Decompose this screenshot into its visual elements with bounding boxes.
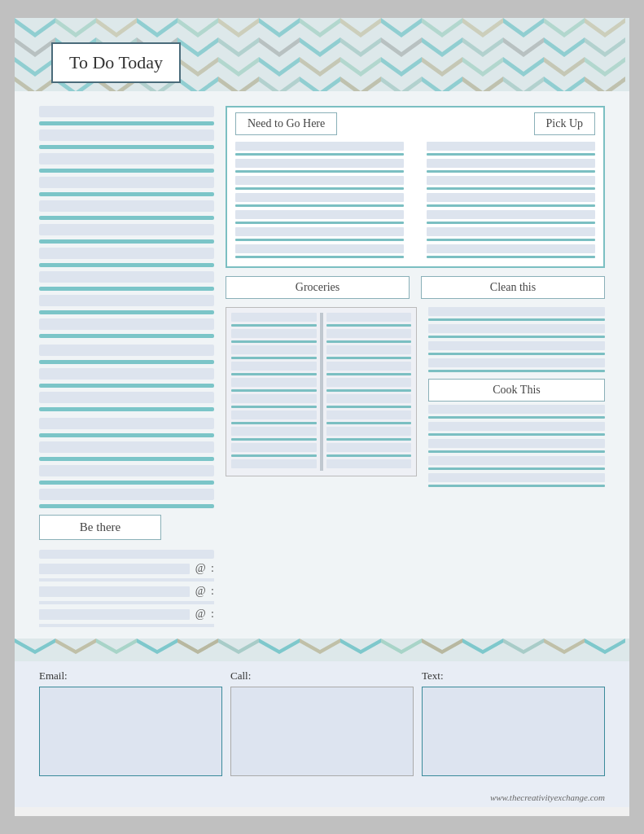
colon-symbol: : — [211, 585, 214, 598]
at-row-2: @ : — [39, 585, 214, 598]
todo-line[interactable] — [39, 177, 214, 188]
page-content: Be there @ : @ : — [15, 91, 629, 639]
left-column: Be there @ : @ : — [39, 106, 214, 630]
grocery-inner — [226, 307, 417, 476]
at-field[interactable] — [39, 609, 190, 620]
email-box: Email: — [39, 669, 222, 776]
need-to-go-label: Need to Go Here — [235, 112, 337, 135]
text-box: Text: — [422, 669, 605, 776]
col-gap — [412, 142, 418, 261]
todo-line[interactable] — [39, 392, 214, 403]
grocery-box — [226, 307, 417, 490]
todo-line[interactable] — [39, 465, 214, 476]
groceries-label: Groceries — [226, 276, 410, 299]
email-input-area[interactable] — [39, 687, 222, 776]
call-label: Call: — [230, 669, 414, 683]
clean-section-header: Clean this — [421, 276, 605, 302]
todo-line-accent — [39, 145, 214, 149]
pick-up-label: Pick Up — [534, 112, 596, 135]
todo-line-accent — [39, 192, 214, 196]
pick-up-lines — [427, 142, 595, 261]
todo-line[interactable] — [39, 153, 214, 165]
groceries-section: Groceries — [226, 276, 410, 302]
page: To Do Today — [15, 18, 629, 816]
grocery-cook-layout: Cook This — [226, 307, 605, 490]
todo-line[interactable] — [39, 318, 214, 330]
todo-line[interactable] — [39, 295, 214, 306]
todo-line-accent — [39, 169, 214, 173]
todo-line-accent — [39, 334, 214, 338]
cook-lines — [428, 405, 605, 487]
todo-line[interactable] — [39, 224, 214, 235]
call-box: Call: — [230, 669, 414, 776]
todo-line-accent — [39, 239, 214, 244]
main-layout: Be there @ : @ : — [39, 106, 605, 630]
at-rows: @ : @ : @ : — [39, 550, 214, 627]
footer-section: Email: Call: Text: — [15, 661, 629, 789]
todo-line-accent — [39, 121, 214, 125]
cook-this-label: Cook This — [428, 379, 605, 402]
watermark: www.thecreativityexchange.com — [15, 789, 629, 807]
page-title: To Do Today — [69, 52, 163, 72]
at-row-1: @ : — [39, 562, 214, 575]
grocery-col-right — [326, 313, 412, 471]
todo-line-accent — [39, 310, 214, 314]
todo-line-accent — [39, 384, 214, 388]
todo-line-accent — [39, 457, 214, 461]
box-header-row: Need to Go Here Pick Up — [235, 112, 595, 135]
todo-line[interactable] — [39, 489, 214, 500]
grocery-cols — [231, 313, 411, 471]
right-column: Need to Go Here Pick Up — [226, 106, 605, 630]
separator-line — [39, 578, 214, 582]
todo-line-accent — [39, 504, 214, 508]
title-box: To Do Today — [51, 42, 181, 83]
todo-line[interactable] — [39, 441, 214, 453]
need-pickup-inner — [235, 142, 595, 261]
chevron-bottom-strip — [15, 639, 629, 661]
todo-lines-mid — [39, 345, 214, 411]
at-field[interactable] — [39, 586, 190, 597]
groceries-clean-row: Groceries Clean this — [226, 276, 605, 302]
todo-line[interactable] — [39, 418, 214, 429]
todo-line[interactable] — [39, 129, 214, 141]
at-symbol-2: @ — [193, 585, 208, 598]
text-label: Text: — [422, 669, 605, 683]
todo-line-accent — [39, 287, 214, 291]
clean-cook-lines: Cook This — [428, 307, 605, 490]
at-field[interactable] — [39, 564, 190, 574]
at-symbol-1: @ — [193, 562, 208, 575]
at-row-3: @ : — [39, 608, 214, 621]
todo-line-accent — [39, 360, 214, 364]
text-input-area[interactable] — [422, 687, 605, 776]
be-there-line[interactable] — [39, 550, 214, 559]
need-pickup-box: Need to Go Here Pick Up — [226, 106, 605, 268]
email-label: Email: — [39, 669, 222, 683]
todo-line[interactable] — [39, 271, 214, 283]
todo-line[interactable] — [39, 248, 214, 259]
todo-line[interactable] — [39, 368, 214, 380]
chevron-header: To Do Today — [15, 18, 629, 91]
todo-lines-top — [39, 106, 214, 338]
grocery-divider — [320, 313, 323, 471]
be-there-label: Be there — [39, 515, 161, 540]
separator-line — [39, 601, 214, 604]
at-symbol-3: @ — [193, 608, 208, 621]
todo-line[interactable] — [39, 200, 214, 212]
colon-symbol: : — [211, 608, 214, 621]
todo-line-accent — [39, 481, 214, 485]
todo-line-accent — [39, 407, 214, 411]
separator-line — [39, 624, 214, 627]
todo-line[interactable] — [39, 345, 214, 356]
grocery-col-left — [231, 313, 317, 471]
todo-line-accent — [39, 433, 214, 437]
colon-symbol: : — [211, 562, 214, 575]
need-to-go-lines — [235, 142, 404, 261]
todo-lines-lower — [39, 418, 214, 508]
call-input-area[interactable] — [230, 687, 414, 776]
clean-lines — [428, 307, 605, 372]
clean-this-label: Clean this — [421, 276, 605, 299]
todo-line[interactable] — [39, 106, 214, 117]
todo-line-accent — [39, 216, 214, 220]
todo-line-accent — [39, 263, 214, 267]
